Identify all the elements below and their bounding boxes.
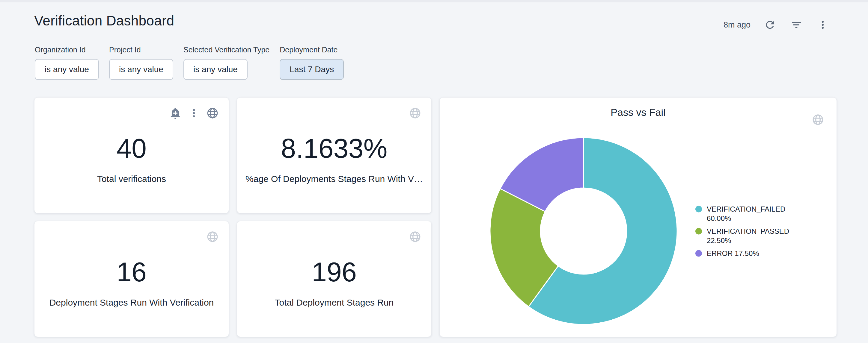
explore-from-here-button[interactable] (206, 230, 219, 243)
filter-label: Deployment Date (280, 45, 344, 54)
single-value-visualization: 196 Total Deployment Stages Run (237, 221, 431, 337)
donut-chart-svg (489, 136, 678, 325)
add-alert-button[interactable] (169, 107, 182, 120)
chart-legend: VERIFICATION_FAILED 60.00%VERIFICATION_P… (695, 204, 800, 258)
globe-icon (409, 231, 422, 243)
tile-label: Total Deployment Stages Run (275, 298, 394, 308)
legend-item-error[interactable]: ERROR 17.50% (695, 249, 800, 258)
filter-group-project-id: Project Id is any value (109, 45, 173, 80)
tile-value: 196 (312, 258, 357, 286)
dashboard-menu-button[interactable] (816, 18, 830, 32)
last-refresh-text: 8m ago (723, 20, 750, 30)
filter-chip-project-id[interactable]: is any value (109, 59, 173, 80)
single-value-visualization: 16 Deployment Stages Run With Verificati… (34, 221, 229, 337)
single-value-visualization: 8.1633% %age Of Deployments Stages Run W… (237, 98, 431, 213)
top-edge-band (0, 0, 868, 2)
tile-value: 8.1633% (281, 134, 387, 163)
legend-label: ERROR 17.50% (707, 249, 800, 258)
filter-list-icon (790, 19, 802, 31)
add-alert-icon (169, 107, 182, 119)
tile-total-verifications: 40 Total verifications (34, 97, 229, 213)
globe-icon (206, 231, 219, 243)
filter-bar: Organization Id is any value Project Id … (35, 45, 344, 80)
globe-icon (409, 107, 422, 119)
tile-pct-deployment-stages-with-verification: 8.1633% %age Of Deployments Stages Run W… (237, 97, 432, 213)
dashboard-filters-button[interactable] (789, 18, 803, 32)
tile-actions (811, 113, 825, 126)
tile-total-deployment-stages-run: 196 Total Deployment Stages Run (237, 221, 432, 337)
tile-label: %age Of Deployments Stages Run With V… (246, 174, 423, 184)
tile-actions (408, 230, 422, 243)
tile-value: 40 (117, 134, 147, 163)
tile-actions (169, 107, 219, 120)
explore-from-here-button[interactable] (408, 230, 422, 243)
page-title: Verification Dashboard (34, 12, 174, 29)
explore-from-here-button[interactable] (206, 107, 219, 120)
globe-icon (206, 107, 219, 119)
filter-label: Organization Id (35, 45, 99, 54)
tile-deployment-stages-run-with-verification: 16 Deployment Stages Run With Verificati… (34, 221, 229, 337)
tile-value: 16 (117, 258, 147, 286)
filter-group-selected-verification-type: Selected Verification Type is any value (183, 45, 270, 80)
tile-label: Total verifications (97, 174, 166, 184)
header-controls: 8m ago (723, 18, 830, 32)
globe-icon (812, 113, 824, 126)
legend-item-verification_passed[interactable]: VERIFICATION_PASSED 22.50% (695, 227, 800, 245)
legend-dot (695, 228, 702, 235)
filter-label: Project Id (109, 45, 173, 54)
chart-title: Pass vs Fail (440, 107, 837, 118)
filter-group-organization-id: Organization Id is any value (35, 45, 99, 80)
filter-group-deployment-date: Deployment Date Last 7 Days (280, 45, 344, 80)
dashboard-grid: 40 Total verifications 8.1633% %age Of D… (34, 97, 837, 337)
explore-from-here-button[interactable] (811, 113, 825, 126)
tile-pass-vs-fail-chart: Pass vs Fail VERIFICATION_FAILED 60.00%V… (439, 97, 837, 337)
legend-label: VERIFICATION_FAILED 60.00% (707, 204, 800, 223)
tile-menu-button[interactable] (187, 107, 200, 120)
tile-actions (408, 107, 422, 120)
legend-dot (695, 206, 702, 212)
legend-dot (695, 250, 702, 257)
explore-from-here-button[interactable] (408, 107, 422, 120)
more-vert-icon (188, 107, 200, 119)
refresh-button[interactable] (763, 18, 777, 32)
donut-chart (489, 136, 678, 325)
more-vert-icon (817, 19, 829, 31)
refresh-icon (764, 19, 776, 31)
legend-label: VERIFICATION_PASSED 22.50% (707, 227, 800, 245)
filter-label: Selected Verification Type (183, 45, 270, 54)
filter-chip-organization-id[interactable]: is any value (35, 59, 99, 80)
dashboard-page: { "header": { "title": "Verification Das… (0, 0, 868, 343)
tile-label: Deployment Stages Run With Verification (50, 298, 214, 308)
filter-chip-selected-verification-type[interactable]: is any value (183, 59, 248, 80)
filter-chip-deployment-date[interactable]: Last 7 Days (280, 59, 344, 80)
legend-item-verification_failed[interactable]: VERIFICATION_FAILED 60.00% (695, 204, 800, 223)
tile-actions (206, 230, 219, 243)
